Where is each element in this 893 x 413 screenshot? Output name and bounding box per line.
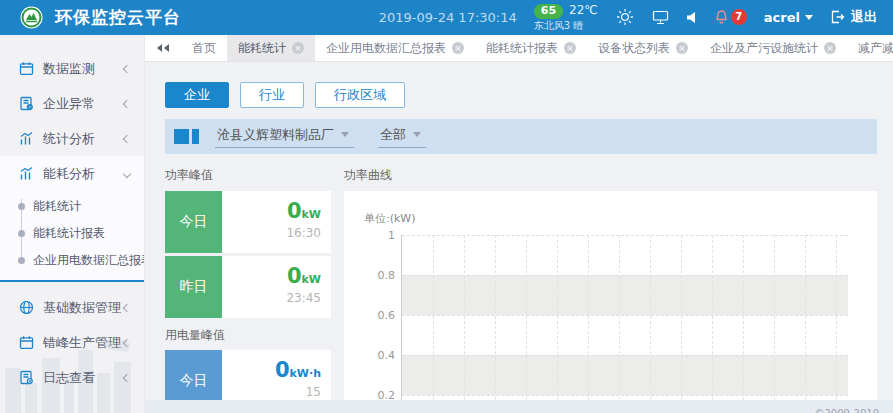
filter-bar: 沧县义辉塑料制品厂 全部 bbox=[165, 119, 877, 154]
tab-enterprise-power-summary[interactable]: 企业用电数据汇总报表 × bbox=[315, 35, 475, 62]
y-tick-label: 0.8 bbox=[364, 269, 395, 282]
close-icon[interactable]: × bbox=[292, 42, 304, 54]
chevron-down-icon bbox=[805, 15, 813, 20]
user-menu[interactable]: acrel bbox=[764, 10, 813, 25]
bar-chart-icon bbox=[18, 166, 34, 182]
peak-time: 23:45 bbox=[222, 291, 321, 305]
sidebar-item-enterprise-anomaly[interactable]: 企业异常 bbox=[0, 86, 144, 121]
bullet-icon bbox=[18, 230, 25, 237]
power-peak-title: 功率峰值 bbox=[165, 167, 331, 184]
power-curve-panel: 单位:(kW) 1 0.8 0.6 0.4 0.2 bbox=[344, 191, 877, 413]
tab-bar: 首页 能耗统计 × 企业用电数据汇总报表 × 能耗统计报表 × 设备状态列表 ×… bbox=[145, 35, 893, 62]
footer-bar: ©2009-2019 bbox=[145, 400, 893, 413]
sidebar-item-label: 企业异常 bbox=[43, 95, 95, 113]
tab-device-status-list[interactable]: 设备状态列表 × bbox=[587, 35, 699, 62]
power-peak-card-yesterday: 昨日 0kW 23:45 bbox=[165, 256, 331, 318]
chart-column: 功率曲线 单位:(kW) 1 0.8 0.6 0.4 0.2 bbox=[344, 154, 877, 413]
peak-time: 15 bbox=[222, 385, 321, 399]
dimension-switch: 企业 行业 行政区域 bbox=[165, 82, 877, 108]
globe-icon bbox=[18, 300, 34, 316]
tab-energy-statistics[interactable]: 能耗统计 × bbox=[227, 35, 315, 62]
company-select-value: 沧县义辉塑料制品厂 bbox=[217, 126, 334, 144]
scroll-tabs-left-button[interactable] bbox=[145, 44, 181, 52]
vertical-gridline bbox=[774, 235, 775, 413]
notifications[interactable]: 7 bbox=[714, 9, 747, 25]
peak-value: 0 bbox=[275, 358, 290, 382]
monitor-icon[interactable] bbox=[652, 10, 669, 25]
weather-widget: 65 22℃ 东北风3 晴 bbox=[534, 4, 598, 31]
sidebar-item-label: 能耗分析 bbox=[43, 165, 95, 183]
sidebar-subitem-energy-report[interactable]: 能耗统计报表 bbox=[0, 220, 144, 247]
peak-unit: kW bbox=[302, 273, 321, 286]
sidebar-item-statistics-analysis[interactable]: 统计分析 bbox=[0, 121, 144, 156]
close-icon[interactable]: × bbox=[564, 42, 576, 54]
power-curve-title: 功率曲线 bbox=[344, 167, 877, 184]
vertical-gridline bbox=[588, 235, 589, 413]
close-icon[interactable]: × bbox=[452, 42, 464, 54]
vertical-gridline bbox=[805, 235, 806, 413]
scope-select[interactable]: 全部 bbox=[378, 126, 426, 148]
sidebar-subitem-label: 能耗统计 bbox=[33, 198, 81, 215]
logout-button[interactable]: 退出 bbox=[830, 8, 877, 26]
bullet-icon bbox=[18, 203, 25, 210]
mute-speaker-icon[interactable] bbox=[686, 11, 697, 24]
company-select[interactable]: 沧县义辉塑料制品厂 bbox=[215, 126, 354, 148]
document-gear-icon bbox=[18, 96, 34, 112]
sidebar-item-energy-analysis[interactable]: 能耗分析 bbox=[0, 156, 144, 191]
blue-square-marker-icon bbox=[174, 129, 189, 144]
vertical-gridline bbox=[433, 235, 434, 413]
double-arrow-left-icon bbox=[164, 44, 169, 52]
energy-peak-title: 用电量峰值 bbox=[165, 327, 331, 344]
tab-label: 设备状态列表 bbox=[598, 40, 670, 57]
peak-value-area: 0kW 23:45 bbox=[222, 256, 331, 318]
dashboard-panels: 功率峰值 今日 0kW 16:30 昨日 0kW 23:45 bbox=[165, 154, 877, 413]
blue-bar-marker-icon bbox=[192, 129, 199, 144]
chevron-down-icon bbox=[413, 132, 421, 137]
sidebar-subitem-label: 企业用电数据汇总报表 bbox=[33, 252, 145, 269]
chevron-left-icon bbox=[123, 303, 131, 311]
tab-label: 企业及产污设施统计 bbox=[710, 40, 818, 57]
temperature: 22℃ bbox=[569, 4, 598, 18]
app-header: 环保监控云平台 2019-09-24 17:30:14 65 22℃ 东北风3 … bbox=[0, 0, 893, 35]
sidebar-item-basic-data[interactable]: 基础数据管理 bbox=[0, 290, 144, 325]
sidebar-item-data-monitoring[interactable]: 数据监测 bbox=[0, 51, 144, 86]
peak-unit: kW bbox=[302, 208, 321, 221]
vertical-gridline bbox=[836, 235, 837, 413]
peak-unit: kW·h bbox=[290, 367, 321, 380]
chevron-left-icon bbox=[123, 64, 131, 72]
y-tick-label: 0.4 bbox=[364, 349, 395, 362]
vertical-gridline bbox=[464, 235, 465, 413]
y-tick-label: 0.6 bbox=[364, 309, 395, 322]
header-right: 2019-09-24 17:30:14 65 22℃ 东北风3 晴 bbox=[379, 4, 877, 31]
tab-home[interactable]: 首页 bbox=[181, 35, 227, 62]
chevron-left-icon bbox=[123, 134, 131, 142]
filter-button-enterprise[interactable]: 企业 bbox=[165, 82, 229, 108]
sidebar-item-label: 基础数据管理 bbox=[43, 299, 121, 317]
aqi-badge: 65 bbox=[534, 4, 563, 19]
filter-button-industry[interactable]: 行业 bbox=[240, 82, 304, 108]
tab-energy-report[interactable]: 能耗统计报表 × bbox=[475, 35, 587, 62]
sidebar-subitem-energy-statistics[interactable]: 能耗统计 bbox=[0, 193, 144, 220]
chart-band bbox=[402, 275, 848, 315]
chevron-down-icon bbox=[123, 169, 131, 177]
power-peak-card-today: 今日 0kW 16:30 bbox=[165, 191, 331, 253]
vertical-gridline bbox=[495, 235, 496, 413]
chart-band bbox=[402, 355, 848, 395]
sidebar: 数据监测 企业异常 统计分析 bbox=[0, 35, 145, 413]
app-title: 环保监控云平台 bbox=[55, 6, 181, 29]
tab-reduction-analysis[interactable]: 减产减排分析 × bbox=[847, 35, 893, 62]
filter-button-region[interactable]: 行政区域 bbox=[315, 82, 405, 108]
bar-chart-icon bbox=[18, 131, 34, 147]
app-logo-icon bbox=[20, 6, 43, 29]
vertical-gridline bbox=[681, 235, 682, 413]
close-icon[interactable]: × bbox=[676, 42, 688, 54]
calendar-icon bbox=[18, 61, 34, 77]
logout-icon bbox=[830, 10, 845, 24]
bell-icon bbox=[714, 9, 729, 25]
close-icon[interactable]: × bbox=[824, 42, 836, 54]
sidebar-subitem-enterprise-power-summary[interactable]: 企业用电数据汇总报表 bbox=[0, 247, 144, 274]
weather-text: 东北风3 晴 bbox=[534, 20, 598, 32]
tab-enterprise-pollution-facility[interactable]: 企业及产污设施统计 × bbox=[699, 35, 847, 62]
copyright-text: ©2009-2019 bbox=[814, 408, 879, 413]
period-label: 今日 bbox=[165, 191, 222, 253]
